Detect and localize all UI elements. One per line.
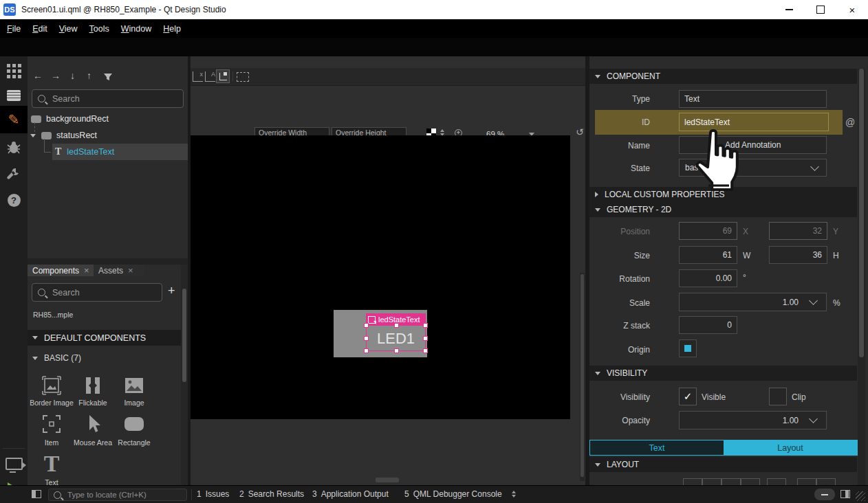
close-button[interactable]: ×	[836, 1, 868, 19]
minimize-button[interactable]	[773, 1, 805, 19]
anchor-button[interactable]	[741, 478, 760, 485]
add-module-button[interactable]: +	[168, 284, 175, 298]
annotation-at-icon[interactable]: @	[845, 117, 855, 128]
resize-handle-nw[interactable]	[364, 323, 369, 328]
components-search-input[interactable]	[51, 287, 156, 298]
maximize-button[interactable]	[805, 1, 836, 19]
image-icon[interactable]	[122, 374, 146, 397]
selection-box[interactable]: LED1	[366, 325, 426, 351]
tab-assets-close-icon[interactable]: ×	[128, 266, 133, 275]
design-canvas[interactable]: ledStateText LED1	[191, 135, 570, 419]
navigator-search-input[interactable]	[51, 93, 177, 104]
component-label[interactable]: Rectangle	[110, 438, 158, 447]
position-y-field[interactable]	[769, 222, 827, 240]
section-geometry-2d[interactable]: GEOMETRY - 2D	[589, 202, 857, 217]
tree-item-ledstatetext[interactable]: T ledStateText	[52, 144, 188, 160]
clip-checkbox[interactable]	[769, 388, 787, 405]
rotation-input[interactable]	[680, 273, 737, 283]
output-pane-application-output[interactable]: 3Application Output	[312, 489, 389, 499]
rotation-field[interactable]	[679, 269, 737, 287]
scrollbar-thumb[interactable]	[859, 69, 864, 357]
help-mode-icon[interactable]: ?	[0, 188, 28, 212]
tab-components[interactable]: Components×	[28, 265, 102, 276]
editor-vscrollbar[interactable]	[580, 273, 585, 481]
show-bounds-x-icon[interactable]: x	[193, 71, 203, 82]
section-basic[interactable]: BASIC (7)	[32, 353, 81, 363]
selection-outline-icon[interactable]	[237, 72, 249, 82]
filter-icon[interactable]	[103, 73, 113, 81]
output-pane-qml-debugger-console[interactable]: 5QML Debugger Console	[404, 489, 502, 499]
components-scrollbar[interactable]	[181, 265, 188, 485]
locator-field[interactable]	[48, 489, 187, 501]
expander-down-icon[interactable]	[30, 134, 36, 137]
anchor-button[interactable]	[702, 478, 721, 485]
move-up-icon[interactable]: ↑	[87, 70, 91, 81]
navigator-search[interactable]	[32, 89, 184, 108]
tools-mode-icon[interactable]	[0, 162, 28, 186]
section-layout[interactable]: LAYOUT	[589, 457, 857, 472]
type-field[interactable]	[679, 90, 827, 108]
menu-view[interactable]: View	[59, 24, 78, 34]
module-tab[interactable]: RH85...mple	[33, 311, 73, 319]
subtab-text[interactable]: Text	[590, 440, 724, 455]
menu-file[interactable]: File	[7, 24, 21, 34]
type-input[interactable]	[680, 94, 826, 104]
move-right-icon[interactable]: →	[51, 70, 61, 81]
menu-tools[interactable]: Tools	[89, 24, 109, 34]
size-h-field[interactable]	[769, 246, 827, 264]
hide-output-pane-button[interactable]	[814, 489, 835, 500]
properties-scrollbar[interactable]	[858, 69, 865, 485]
resize-handle-n[interactable]	[394, 323, 399, 328]
section-default-components[interactable]: DEFAULT COMPONENTS	[28, 330, 188, 346]
menu-window[interactable]: Window	[121, 24, 151, 34]
output-pane-spinner-icon[interactable]	[512, 491, 516, 498]
tree-item-statusrect[interactable]: statusRect	[28, 127, 188, 144]
size-w-field[interactable]	[679, 246, 737, 264]
locator-input[interactable]	[66, 490, 182, 500]
size-w-input[interactable]	[680, 250, 737, 260]
kit-monitor-icon[interactable]	[0, 452, 28, 476]
reset-view-icon[interactable]: ↺	[576, 126, 584, 137]
tab-assets[interactable]: Assets×	[94, 265, 144, 276]
toggle-left-sidebar-icon[interactable]	[32, 490, 41, 498]
tree-item-backgroundrect[interactable]: backgroundRect	[28, 111, 188, 127]
toggle-right-sidebar-icon[interactable]	[840, 490, 850, 498]
add-annotation-button[interactable]: Add Annotation	[725, 140, 781, 150]
flickable-icon[interactable]	[81, 374, 105, 397]
id-field[interactable]	[679, 113, 829, 131]
resize-handle-se[interactable]	[423, 348, 428, 353]
text-component-icon[interactable]: T	[40, 452, 63, 476]
scrollbar-thumb[interactable]	[182, 289, 186, 382]
position-y-input[interactable]	[770, 226, 827, 236]
move-down-icon[interactable]: ↓	[70, 70, 75, 81]
resize-handle-ne[interactable]	[423, 323, 428, 328]
rectangle-icon[interactable]	[122, 412, 146, 436]
menu-help[interactable]: Help	[163, 24, 181, 34]
resize-handle-e[interactable]	[423, 336, 428, 341]
section-component[interactable]: COMPONENT	[589, 69, 857, 84]
state-combobox[interactable]: base	[679, 159, 827, 177]
move-left-icon[interactable]: ←	[33, 70, 43, 81]
show-bounds-a-icon[interactable]: A	[205, 71, 215, 82]
scale-combobox[interactable]: 1.00	[679, 293, 827, 311]
visible-checkbox[interactable]: ✓	[679, 388, 697, 405]
component-label[interactable]: Image	[110, 399, 158, 407]
anchor-button[interactable]	[721, 478, 741, 485]
resize-handle-s[interactable]	[394, 348, 399, 353]
anchor-button[interactable]	[816, 478, 836, 485]
name-field[interactable]: Add Annotation	[679, 136, 827, 154]
anchor-button[interactable]	[683, 478, 702, 485]
edit-mode-icon[interactable]	[0, 84, 28, 107]
item-icon[interactable]	[40, 412, 63, 436]
design-mode-icon[interactable]: ✎	[0, 106, 28, 133]
anchor-button[interactable]	[767, 478, 786, 485]
scrollbar-thumb[interactable]	[581, 274, 584, 477]
subtab-layout[interactable]: Layout	[724, 440, 857, 455]
position-x-input[interactable]	[680, 226, 737, 236]
opacity-combobox[interactable]: 1.00	[679, 411, 827, 429]
z-stack-field[interactable]	[679, 316, 737, 334]
tab-components-close-icon[interactable]: ×	[84, 266, 89, 275]
resize-handle-w[interactable]	[364, 336, 369, 341]
position-x-field[interactable]	[679, 222, 737, 240]
z-stack-input[interactable]	[680, 320, 737, 330]
